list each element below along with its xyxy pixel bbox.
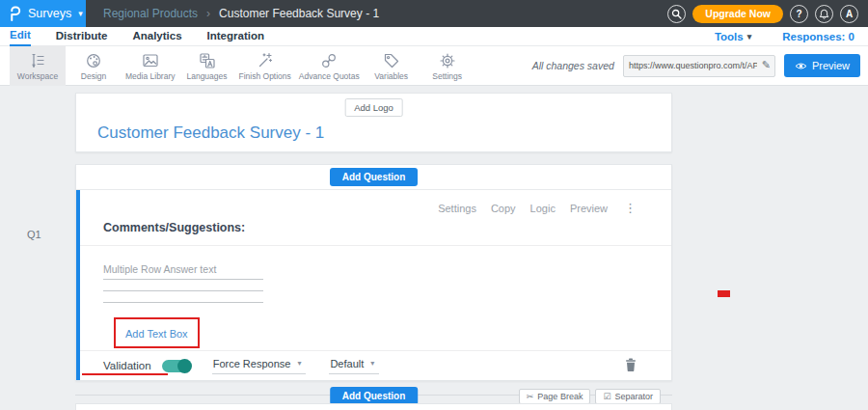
help-button[interactable]: ? (790, 5, 808, 23)
breadcrumb: Regional Products › Customer Feedback Su… (103, 7, 379, 20)
survey-title[interactable]: Customer Feedback Survey - 1 (97, 123, 324, 143)
survey-url-box: ✎ (623, 55, 775, 77)
kebab-menu-icon[interactable]: ⋮ (624, 201, 637, 215)
translate-icon (198, 51, 217, 70)
survey-header-card: Add Logo Customer Feedback Survey - 1 (75, 93, 672, 152)
header-actions: Upgrade Now ? A (667, 5, 868, 23)
question-preview-link[interactable]: Preview (570, 203, 608, 214)
add-question-button-top[interactable]: Add Question (330, 168, 419, 186)
between-questions-row: Add Question ✂ Page Break ☑ Separator (75, 381, 672, 410)
divider (80, 245, 671, 246)
default-dropdown[interactable]: Default ▾ (329, 358, 379, 374)
toolbar-item-variables[interactable]: Variables (364, 46, 420, 86)
survey-workspace: Q1 Add Logo Customer Feedback Survey - 1… (0, 93, 868, 410)
question-index: Q1 (27, 229, 41, 240)
linked-rings-icon (319, 51, 339, 70)
chevron-down-icon: ▾ (297, 359, 301, 368)
save-status: All changes saved (532, 60, 614, 71)
toggle-knob (177, 359, 192, 373)
gear-icon (438, 51, 457, 70)
search-button[interactable] (667, 5, 686, 23)
scissors-icon: ✂ (527, 392, 534, 401)
breadcrumb-current-survey: Customer Feedback Survey - 1 (219, 7, 379, 20)
toolbar-item-workspace[interactable]: Workspace (10, 46, 66, 86)
questionpro-survey-editor: Surveys ▾ Regional Products › Customer F… (0, 0, 868, 410)
question-card: Add Question Settings Copy Logic Preview… (75, 164, 672, 381)
edit-url-icon[interactable]: ✎ (762, 59, 771, 71)
workspace-icon (28, 51, 47, 70)
chevron-down-icon: ▾ (370, 359, 374, 368)
question-copy-link[interactable]: Copy (491, 203, 516, 214)
add-question-strip: Add Question (76, 165, 671, 190)
image-icon (141, 51, 160, 70)
next-card-edge (75, 403, 672, 410)
toolbar-item-settings[interactable]: Settings (420, 46, 475, 86)
annotation-red-dash (718, 290, 730, 297)
answer-row-line (103, 302, 263, 303)
upgrade-now-button[interactable]: Upgrade Now (692, 5, 783, 23)
answer-row-line (103, 279, 263, 280)
delete-question-icon[interactable] (625, 358, 637, 372)
surveys-product-menu[interactable]: Surveys ▾ (0, 0, 86, 27)
eye-icon (795, 62, 807, 70)
nav-right: Tools ▾ Responses: 0 (715, 31, 858, 42)
tools-label: Tools (715, 31, 744, 42)
add-text-box-link[interactable]: Add Text Box (125, 328, 188, 340)
question-settings-link[interactable]: Settings (438, 203, 476, 214)
bell-icon (819, 9, 829, 19)
toolbar-item-finish-options[interactable]: Finish Options (235, 46, 295, 86)
toolbar-right: All changes saved ✎ Preview (532, 54, 868, 77)
tab-integration[interactable]: Integration (207, 27, 264, 45)
page-break-button[interactable]: ✂ Page Break (519, 389, 591, 404)
tag-icon (382, 51, 401, 70)
palette-icon (84, 51, 103, 70)
question-logic-link[interactable]: Logic (530, 203, 556, 214)
questionpro-logo-icon (9, 6, 22, 21)
validation-label: Validation (103, 360, 151, 371)
magic-wand-icon (256, 51, 275, 70)
validation-row: Validation Force Response ▾ Default ▾ (80, 351, 671, 380)
avatar[interactable]: A (840, 5, 858, 23)
top-header: Surveys ▾ Regional Products › Customer F… (0, 0, 868, 27)
tab-edit[interactable]: Edit (10, 26, 31, 46)
tools-menu[interactable]: Tools ▾ (715, 31, 751, 42)
checkbox-checked-icon: ☑ (603, 392, 610, 401)
breadcrumb-folder[interactable]: Regional Products (103, 7, 198, 20)
separator-button[interactable]: ☑ Separator (595, 389, 661, 404)
editor-toolbar: Workspace Design Media Library (0, 46, 868, 86)
breadcrumb-separator-icon: › (206, 7, 210, 20)
product-label: Surveys (28, 7, 71, 20)
tab-distribute[interactable]: Distribute (56, 27, 108, 45)
tab-analytics[interactable]: Analytics (132, 27, 181, 45)
main-nav: Edit Distribute Analytics Integration To… (0, 27, 868, 46)
add-logo-button[interactable]: Add Logo (344, 98, 403, 117)
annotation-red-box: Add Text Box (114, 317, 200, 348)
toolbar-item-design[interactable]: Design (66, 46, 122, 86)
answer-placeholder[interactable]: Multiple Row Answer text (103, 263, 216, 275)
notifications-button[interactable] (815, 5, 833, 23)
survey-url-input[interactable] (624, 61, 774, 70)
answer-row-line (103, 290, 263, 291)
responses-count[interactable]: Responses: 0 (782, 31, 854, 42)
question-action-menu: Settings Copy Logic Preview ⋮ (438, 201, 637, 215)
chevron-down-icon: ▾ (78, 9, 83, 18)
question-body: Settings Copy Logic Preview ⋮ Comments/S… (76, 190, 671, 380)
force-response-dropdown[interactable]: Force Response ▾ (212, 358, 307, 374)
question-text[interactable]: Comments/Suggestions: (103, 221, 245, 234)
preview-button[interactable]: Preview (784, 54, 860, 77)
toolbar-item-advance-quotas[interactable]: Advance Quotas (295, 46, 364, 86)
search-icon (671, 9, 682, 19)
toolbar-item-languages[interactable]: Languages (179, 46, 235, 86)
annotation-red-underline (82, 373, 168, 375)
chevron-down-icon: ▾ (747, 32, 752, 41)
toolbar-item-media-library[interactable]: Media Library (122, 46, 179, 86)
footer-options: ✂ Page Break ☑ Separator (519, 389, 661, 404)
validation-toggle[interactable] (162, 360, 191, 372)
